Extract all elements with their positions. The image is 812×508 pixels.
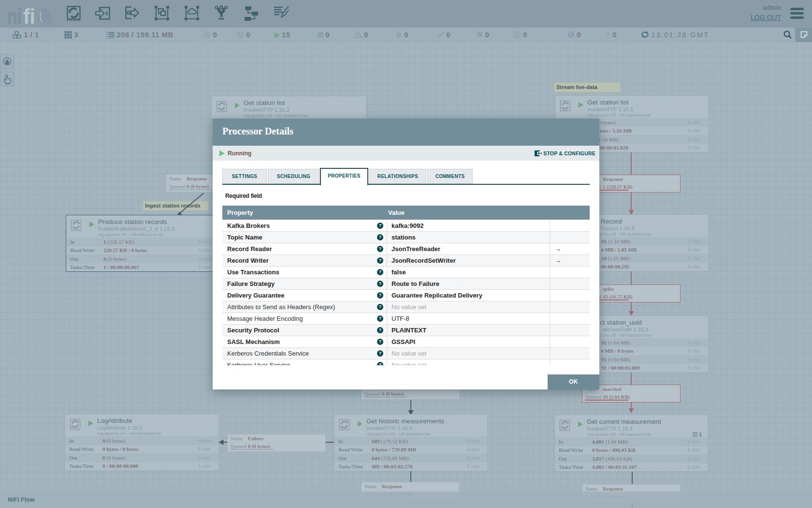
svg-text:ni: ni — [7, 4, 22, 27]
svg-text:fi: fi — [23, 4, 35, 27]
